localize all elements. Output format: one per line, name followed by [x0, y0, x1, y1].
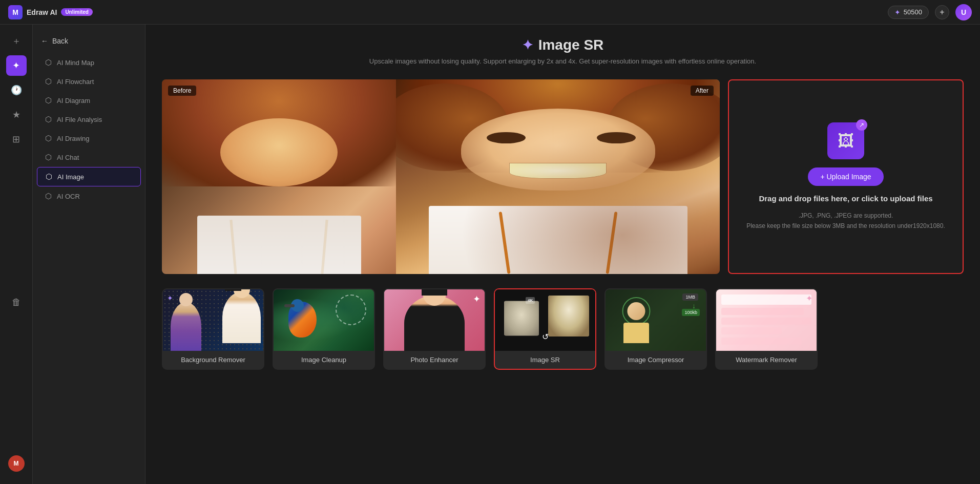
enhancer-preview: ✦: [384, 289, 485, 351]
sr-arrow-icon: ↺: [542, 332, 549, 342]
title-text: Image SR: [538, 37, 604, 53]
nav-label-flowchart: AI Flowchart: [57, 78, 94, 86]
enhancer-label: Photo Enhancer: [384, 351, 485, 369]
nav-label-mind-map: AI Mind Map: [57, 59, 94, 67]
after-panel: After: [396, 79, 720, 274]
upload-image-icon: 🖼: [838, 132, 854, 151]
before-panel: Before: [162, 79, 396, 274]
nav-label-image: AI Image: [57, 173, 84, 181]
page-header: ✦ Image SR Upscale images without losing…: [162, 37, 964, 65]
credits-badge[interactable]: ✦ 50500: [888, 6, 929, 19]
comparison-area: Before: [162, 79, 720, 274]
back-button[interactable]: ← Back: [33, 33, 145, 49]
nav-label-drawing: AI Drawing: [57, 135, 90, 142]
back-arrow-icon: ←: [41, 37, 48, 45]
sidebar-icon-add[interactable]: ＋: [6, 31, 27, 51]
sidebar-icon-history[interactable]: 🕐: [6, 80, 27, 100]
nav-item-mind-map[interactable]: ⬡ AI Mind Map: [37, 53, 141, 72]
sidebar-icon-trash[interactable]: 🗑: [6, 292, 27, 313]
cleanup-preview: [274, 289, 374, 351]
logo-area: M Edraw AI Unlimited: [8, 5, 93, 19]
file-analysis-icon: ⬡: [45, 115, 52, 124]
back-label: Back: [52, 37, 68, 45]
image-icon: ⬡: [46, 172, 52, 181]
star-icon: ✦: [894, 8, 901, 16]
tool-card-bg-remover[interactable]: ✦ Background Remover: [162, 288, 264, 370]
flowchart-icon: ⬡: [45, 77, 52, 86]
nav-item-ocr[interactable]: ⬡ AI OCR: [37, 187, 141, 205]
sparkle-badge: ✦: [167, 293, 173, 303]
nav-label-ocr: AI OCR: [57, 193, 80, 200]
image-section: Before: [162, 79, 964, 274]
tool-card-sr[interactable]: 4K ↺ Image SR: [494, 288, 596, 370]
topbar: M Edraw AI Unlimited ✦ 50500 + U: [0, 0, 980, 25]
drawing-icon: ⬡: [45, 134, 52, 143]
page-subtitle: Upscale images without losing quality. S…: [162, 57, 964, 65]
tool-card-compressor[interactable]: 1MB ↓ 100kb Image Compressor: [604, 288, 707, 370]
watermark-img: ✦: [716, 289, 817, 351]
nav-label-chat: AI Chat: [57, 154, 79, 161]
nav-sidebar: ← Back ⬡ AI Mind Map ⬡ AI Flowchart ⬡ AI…: [33, 25, 145, 484]
logo-text: Edraw AI: [27, 8, 57, 16]
topbar-right: ✦ 50500 + U: [888, 4, 972, 20]
upload-drag-text: Drag and drop files here, or click to up…: [759, 194, 932, 203]
plus-button[interactable]: +: [935, 5, 949, 19]
nav-label-diagram: AI Diagram: [57, 97, 90, 104]
upload-icon: 🖼: [827, 122, 864, 159]
nav-item-file-analysis[interactable]: ⬡ AI File Analysis: [37, 110, 141, 129]
nav-item-image[interactable]: ⬡ AI Image: [37, 167, 141, 186]
main-content: ✦ Image SR Upscale images without losing…: [145, 25, 980, 484]
chat-icon: ⬡: [45, 153, 52, 162]
icon-sidebar: ＋ ✦ 🕐 ★ ⊞ 🗑 M: [0, 25, 33, 484]
bg-remover-label: Background Remover: [163, 351, 263, 369]
watermark-sparkle: ✦: [806, 293, 812, 303]
unlimited-badge: Unlimited: [61, 8, 93, 16]
4k-badge: 4K: [526, 297, 535, 304]
avatar[interactable]: U: [955, 4, 972, 20]
enhancer-sparkle: ✦: [473, 293, 481, 305]
tool-card-cleanup[interactable]: Image Cleanup: [273, 288, 375, 370]
sparkle-icon: ✦: [522, 37, 533, 53]
nav-item-diagram[interactable]: ⬡ AI Diagram: [37, 91, 141, 110]
tool-card-watermark[interactable]: ✦ Watermark Remover: [715, 288, 818, 370]
before-image: [162, 79, 396, 274]
nav-item-chat[interactable]: ⬡ AI Chat: [37, 148, 141, 166]
tool-cards: ✦ Background Remover: [162, 288, 964, 374]
nav-label-file-analysis: AI File Analysis: [57, 116, 102, 123]
tool-card-enhancer[interactable]: ✦ Photo Enhancer: [383, 288, 486, 370]
compressor-label: Image Compressor: [606, 351, 706, 369]
diagram-icon: ⬡: [45, 96, 52, 105]
sidebar-icon-template[interactable]: ⊞: [6, 129, 27, 150]
watermark-label: Watermark Remover: [716, 351, 817, 369]
size-badge-1mb: 1MB: [682, 293, 698, 301]
sidebar-icon-ai[interactable]: ✦: [6, 55, 27, 76]
compressor-preview: 1MB ↓ 100kb: [606, 289, 706, 351]
page-title: ✦ Image SR: [162, 37, 964, 53]
mind-map-icon: ⬡: [45, 58, 52, 67]
upload-area[interactable]: 🖼 + Upload Image Drag and drop files her…: [728, 79, 964, 274]
nav-item-flowchart[interactable]: ⬡ AI Flowchart: [37, 72, 141, 91]
upload-formats: .JPG, .PNG, .JPEG are supported. Please …: [746, 211, 945, 230]
main-layout: ＋ ✦ 🕐 ★ ⊞ 🗑 M ← Back ⬡ AI Mind Map ⬡ AI …: [0, 25, 980, 484]
credits-value: 50500: [904, 8, 922, 16]
sr-img: 4K ↺: [495, 289, 595, 351]
cleanup-img: [274, 289, 374, 351]
enhancer-img: ✦: [384, 289, 485, 351]
sr-preview: 4K ↺: [495, 289, 595, 351]
sr-label: Image SR: [495, 351, 595, 369]
compressor-img: 1MB ↓ 100kb: [606, 289, 706, 351]
logo-icon: M: [8, 5, 23, 19]
size-badge-100kb: 100kb: [682, 309, 700, 316]
after-label: After: [691, 86, 714, 96]
bg-remover-preview: ✦: [163, 289, 263, 351]
sidebar-user-avatar[interactable]: M: [8, 455, 25, 472]
sidebar-icon-star[interactable]: ★: [6, 104, 27, 125]
ocr-icon: ⬡: [45, 192, 52, 201]
nav-item-drawing[interactable]: ⬡ AI Drawing: [37, 129, 141, 148]
watermark-preview: ✦: [716, 289, 817, 351]
upload-button[interactable]: + Upload Image: [808, 167, 883, 186]
before-label: Before: [168, 86, 196, 96]
cleanup-label: Image Cleanup: [274, 351, 374, 369]
